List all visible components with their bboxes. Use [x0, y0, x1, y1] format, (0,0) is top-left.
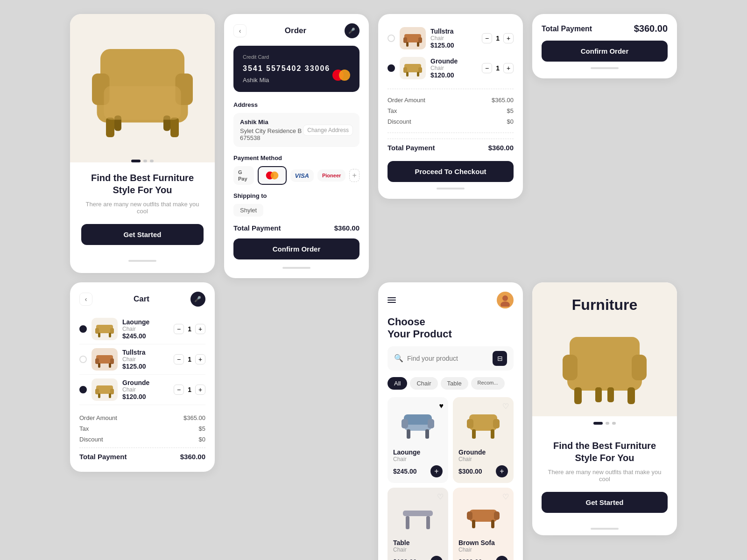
choose-title-line2: Your Product: [388, 328, 452, 340]
svg-rect-51: [472, 429, 476, 439]
confirm-total-val: $360.00: [634, 23, 668, 34]
svg-rect-76: [607, 387, 614, 402]
svg-rect-52: [491, 429, 494, 439]
checkout-qty-2: − 1 +: [482, 63, 514, 73]
cart-tax-row: Tax $5: [79, 423, 205, 434]
dot-2: [143, 160, 147, 162]
grounde-heart-button[interactable]: ♡: [502, 402, 509, 411]
checkout-tax-row: Tax $5: [388, 105, 514, 116]
svg-rect-54: [406, 516, 409, 529]
cat-tab-chair[interactable]: Chair: [410, 377, 437, 390]
product-tile-laounge: ♥ Laounge Chair $245.00 +: [388, 397, 448, 483]
cat-tab-all[interactable]: All: [388, 377, 407, 390]
qty-increase-1[interactable]: +: [195, 324, 205, 334]
order-back-button[interactable]: ‹: [233, 24, 247, 37]
payment-methods: G Pay VISA Pioneer +: [233, 166, 359, 185]
product-grid: ♥ Laounge Chair $245.00 +: [388, 397, 514, 560]
laounge-tile-svg: [399, 406, 437, 441]
svg-rect-36: [418, 67, 422, 73]
order-mic-button[interactable]: 🎤: [345, 23, 359, 38]
brown-sofa-tile-cat: Chair: [458, 546, 508, 553]
item-radio-2[interactable]: [79, 356, 87, 363]
cart-discount-label: Discount: [79, 436, 103, 443]
grounde-tile-image: [458, 403, 508, 445]
cart-card: ‹ Cart 🎤 Laounge Chair $245.00: [70, 282, 215, 472]
cart-order-amount-val: $365.00: [183, 414, 205, 421]
order-total-val: $360.00: [334, 224, 359, 232]
confirm-order-top-button[interactable]: Confirm Order: [542, 41, 668, 62]
qty-ctrl-3: − 1 +: [174, 385, 205, 395]
qty-increase-3[interactable]: +: [195, 385, 205, 395]
mastercard-button[interactable]: [258, 166, 287, 185]
cat-tab-table[interactable]: Table: [441, 377, 468, 390]
grounde-price: $300.00: [458, 468, 482, 475]
item-name-3: Grounde: [122, 379, 169, 386]
cart-order-amount-label: Order Amount: [79, 414, 117, 421]
hamburger-menu[interactable]: [388, 297, 396, 303]
svg-rect-72: [563, 355, 578, 380]
item-info-2: Tullstra Chair $125.00: [122, 349, 169, 370]
cat-tab-recommended[interactable]: Recom...: [471, 377, 505, 390]
search-bar: 🔍 ⊟: [388, 346, 514, 371]
cart-discount-row: Discount $0: [79, 434, 205, 445]
table-add-button[interactable]: +: [430, 556, 443, 560]
item-radio-1[interactable]: [79, 325, 87, 333]
checkout-qty-increase-2[interactable]: +: [503, 63, 514, 73]
svg-rect-74: [574, 387, 582, 404]
tullstra-checkout-thumb: [402, 29, 423, 47]
furniture-showcase-card: Furniture Find the Best Furnitu: [532, 282, 677, 535]
filter-button[interactable]: ⊟: [493, 351, 507, 366]
svg-point-40: [500, 301, 510, 307]
furniture-get-started-button[interactable]: Get Started: [542, 492, 668, 513]
grounde-add-button[interactable]: +: [496, 465, 508, 477]
furniture-content: Find the Best Furniture Style For You Th…: [532, 430, 677, 522]
mastercard-payment-icon: [266, 172, 278, 180]
checkout-tax-label: Tax: [388, 107, 397, 114]
checkout-divider: [388, 89, 514, 89]
svg-rect-26: [109, 393, 111, 398]
qty-decrease-2[interactable]: −: [174, 354, 184, 364]
gpay-button[interactable]: G Pay: [233, 166, 254, 185]
svg-rect-19: [98, 363, 100, 368]
checkout-radio-2[interactable]: [388, 64, 395, 72]
brown-sofa-tile-image: [458, 493, 508, 535]
checkout-amount-val: $365.00: [492, 97, 514, 104]
confirm-top-row: Total Payment $360.00: [542, 23, 668, 34]
visa-button[interactable]: VISA: [290, 169, 314, 182]
change-address-button[interactable]: Change Address: [303, 125, 353, 136]
cart-mic-button[interactable]: 🎤: [190, 292, 205, 307]
qty-increase-2[interactable]: +: [195, 354, 205, 364]
checkout-qty-decrease-1[interactable]: −: [482, 33, 492, 43]
laounge-add-button[interactable]: +: [430, 465, 443, 477]
cart-back-button[interactable]: ‹: [79, 293, 92, 306]
qty-ctrl-1: − 1 +: [174, 324, 205, 334]
address-box: Ashik Mia Sylet City Residence B -15 Lak…: [233, 113, 359, 147]
checkout-qty-increase-1[interactable]: +: [503, 33, 514, 43]
item-radio-3[interactable]: [79, 386, 87, 393]
get-started-button[interactable]: Get Started: [81, 224, 204, 245]
choose-product-card: Choose Your Product 🔍 ⊟ All Chair Table …: [378, 282, 523, 560]
choose-header: [388, 292, 514, 308]
checkout-qty-decrease-2[interactable]: −: [482, 63, 492, 73]
qty-decrease-1[interactable]: −: [174, 324, 184, 334]
brown-sofa-add-button[interactable]: +: [496, 556, 508, 560]
qty-decrease-3[interactable]: −: [174, 385, 184, 395]
search-input[interactable]: [407, 355, 489, 362]
hero-image-bg: [70, 14, 215, 154]
table-heart-button[interactable]: ♡: [437, 492, 444, 501]
item-cat-1: Chair: [122, 326, 169, 332]
checkout-radio-1[interactable]: [388, 35, 395, 42]
pioneer-button[interactable]: Pioneer: [317, 169, 345, 182]
brown-sofa-heart-button[interactable]: ♡: [502, 492, 509, 501]
cart-header: ‹ Cart 🎤: [79, 292, 205, 307]
svg-rect-24: [110, 389, 114, 394]
cart-item: Grounde Chair $120.00 − 1 +: [79, 375, 205, 405]
confirm-order-card: Total Payment $360.00 Confirm Order: [532, 14, 677, 78]
cart-discount-val: $0: [199, 436, 205, 443]
confirm-order-button[interactable]: Confirm Order: [233, 238, 359, 259]
add-payment-button[interactable]: +: [349, 169, 359, 182]
svg-rect-38: [417, 72, 419, 77]
proceed-to-checkout-button[interactable]: Proceed To Checkout: [388, 161, 514, 182]
laounge-heart-button[interactable]: ♥: [439, 402, 444, 410]
cart-item: Laounge Chair $245.00 − 1 +: [79, 314, 205, 344]
